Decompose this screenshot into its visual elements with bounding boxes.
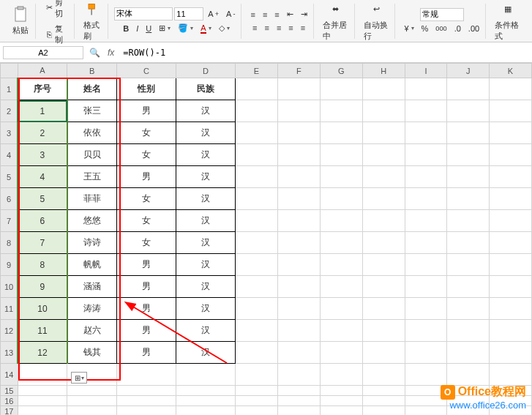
cell-name[interactable]: 涛涛 (67, 298, 117, 320)
cell-empty[interactable] (320, 166, 362, 188)
cell-empty[interactable] (447, 144, 490, 166)
row-header-6[interactable]: 6 (1, 188, 18, 210)
cell-nation[interactable]: 汉 (176, 320, 236, 342)
header-nation[interactable]: 民族 (176, 78, 236, 100)
cell-empty[interactable] (405, 166, 447, 188)
cell-seq[interactable]: 2 (18, 122, 67, 144)
cell-nation[interactable]: 汉 (176, 100, 236, 122)
cell-empty[interactable] (362, 364, 405, 386)
cell-nation[interactable]: 汉 (176, 144, 236, 166)
cell-empty[interactable] (362, 298, 405, 320)
align-center-button[interactable]: ≡ (261, 22, 271, 34)
cell-empty[interactable] (277, 386, 320, 396)
fill-color-button[interactable]: 🪣▾ (175, 22, 196, 34)
cell-empty[interactable] (277, 188, 320, 210)
col-header-G[interactable]: G (320, 64, 362, 78)
wrap-text-button[interactable]: ↩ 自动换行 (361, 0, 392, 43)
cell-empty[interactable] (362, 342, 405, 364)
row-header-9[interactable]: 9 (1, 254, 18, 276)
cell-empty[interactable] (236, 364, 278, 386)
cell-empty[interactable] (116, 406, 176, 416)
cell-seq[interactable]: 12 (18, 342, 67, 364)
cell-seq[interactable]: 4 (18, 166, 67, 188)
row-header-13[interactable]: 13 (1, 342, 18, 364)
cell-empty[interactable] (405, 188, 447, 210)
cell-empty[interactable] (490, 364, 532, 386)
cell-empty[interactable] (236, 188, 278, 210)
cell-empty[interactable] (18, 364, 67, 386)
row-header-2[interactable]: 2 (1, 100, 18, 122)
cell-empty[interactable] (405, 254, 447, 276)
fx-icon[interactable]: fx (103, 48, 119, 58)
cell-nation[interactable]: 汉 (176, 276, 236, 298)
percent-button[interactable]: % (419, 23, 432, 34)
cell-sex[interactable]: 男 (116, 298, 176, 320)
cell-empty[interactable] (18, 396, 67, 406)
cell-sex[interactable]: 女 (116, 188, 176, 210)
cell-empty[interactable] (490, 276, 532, 298)
cell-empty[interactable] (447, 364, 490, 386)
cell-empty[interactable] (362, 386, 405, 396)
cell-empty[interactable] (362, 144, 405, 166)
row-header-1[interactable]: 1 (1, 78, 18, 100)
cell-nation[interactable]: 汉 (176, 232, 236, 254)
font-size-select[interactable] (174, 7, 203, 20)
cell-empty[interactable] (490, 166, 532, 188)
cell-empty[interactable] (362, 122, 405, 144)
cell-empty[interactable] (447, 100, 490, 122)
cell-empty[interactable] (490, 210, 532, 232)
decrease-decimal-button[interactable]: .00 (465, 23, 482, 34)
font-name-select[interactable] (114, 7, 173, 20)
cell-seq[interactable]: 1 (18, 100, 67, 122)
col-header-J[interactable]: J (447, 64, 490, 78)
cell-sex[interactable]: 男 (116, 254, 176, 276)
row-header-7[interactable]: 7 (1, 210, 18, 232)
paste-button[interactable]: 粘贴 (9, 4, 32, 37)
align-middle-button[interactable]: ≡ (260, 9, 270, 20)
cell-empty[interactable] (362, 188, 405, 210)
align-right-button[interactable]: ≡ (274, 22, 284, 34)
cell-empty[interactable] (236, 406, 278, 416)
cell-empty[interactable] (277, 320, 320, 342)
increase-font-button[interactable]: A+ (205, 8, 222, 20)
cell-name[interactable]: 张三 (67, 100, 117, 122)
cell-sex[interactable]: 男 (116, 320, 176, 342)
cell-empty[interactable] (362, 254, 405, 276)
cell-empty[interactable] (320, 276, 362, 298)
cell-sex[interactable]: 男 (116, 166, 176, 188)
cell-empty[interactable] (447, 298, 490, 320)
col-header-H[interactable]: H (362, 64, 405, 78)
cell-empty[interactable] (277, 232, 320, 254)
cell-empty[interactable] (320, 144, 362, 166)
cell-empty[interactable] (277, 342, 320, 364)
cell-empty[interactable] (67, 386, 117, 396)
col-header-I[interactable]: I (405, 64, 447, 78)
cell-empty[interactable] (362, 166, 405, 188)
cell-seq[interactable]: 10 (18, 298, 67, 320)
cell-empty[interactable] (490, 144, 532, 166)
formula-input[interactable] (119, 46, 532, 59)
cell-name[interactable]: 钱其 (67, 342, 117, 364)
font-color-button[interactable]: A▾ (198, 22, 214, 35)
cell-empty[interactable] (236, 342, 278, 364)
cell-empty[interactable] (277, 144, 320, 166)
cut-button[interactable]: ✂剪切 (42, 0, 71, 20)
col-header-E[interactable]: E (236, 64, 278, 78)
cell-empty[interactable] (320, 78, 362, 100)
cell-empty[interactable] (405, 320, 447, 342)
bold-button[interactable]: B (120, 23, 132, 34)
cell-empty[interactable] (176, 406, 236, 416)
header-sex[interactable]: 性别 (116, 78, 176, 100)
cell-empty[interactable] (236, 122, 278, 144)
underline-button[interactable]: U (143, 23, 154, 34)
cell-empty[interactable] (490, 298, 532, 320)
cell-empty[interactable] (490, 342, 532, 364)
format-painter-button[interactable]: 格式刷 (80, 0, 105, 43)
row-header-4[interactable]: 4 (1, 144, 18, 166)
cell-empty[interactable] (67, 396, 117, 406)
border-button[interactable]: ⊞▾ (156, 22, 173, 34)
cell-empty[interactable] (405, 276, 447, 298)
col-header-K[interactable]: K (490, 64, 532, 78)
cell-empty[interactable] (277, 78, 320, 100)
cell-empty[interactable] (447, 276, 490, 298)
